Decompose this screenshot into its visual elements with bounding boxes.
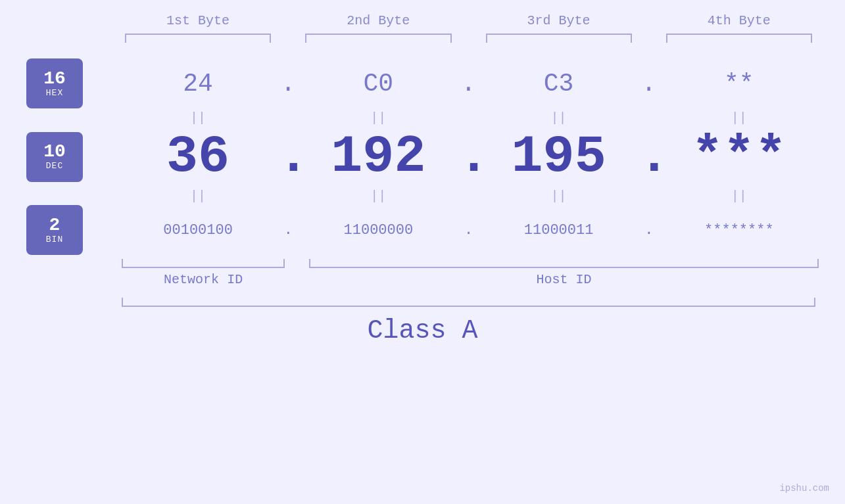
eq1-b2: || <box>299 110 458 126</box>
hex-badge-num: 16 <box>43 70 66 88</box>
eq2-b3: || <box>479 189 639 204</box>
byte4-label: 4th Byte <box>660 13 819 28</box>
bin-b4: ******** <box>660 222 819 239</box>
byte3-label: 3rd Byte <box>479 13 639 28</box>
bracket-b1 <box>118 34 278 45</box>
big-bottom-bracket <box>118 298 819 307</box>
hex-dot2: . <box>458 70 479 98</box>
hex-b2: C0 <box>299 70 458 98</box>
bracket-b2 <box>299 34 458 45</box>
eq1-b3: || <box>479 110 639 126</box>
main-container: 1st Byte 2nd Byte 3rd Byte 4th Byte 16 <box>0 0 845 504</box>
bin-badge-num: 2 <box>49 216 60 235</box>
hex-dot1: . <box>278 70 299 98</box>
hex-b3: C3 <box>479 70 639 98</box>
bin-values: 00100100 . 11000000 . 11000011 . *******… <box>118 222 819 239</box>
eq1-b4: || <box>660 110 819 126</box>
host-id-label: Host ID <box>309 272 819 287</box>
dec-dot3: . <box>639 127 660 187</box>
dec-b3: 195 <box>479 127 639 187</box>
bin-dot2: . <box>458 222 479 239</box>
bottom-brackets <box>118 259 819 268</box>
bracket-b4 <box>660 34 819 45</box>
bin-dot3: . <box>639 222 660 239</box>
bin-row: 2 BIN 00100100 . 11000000 . 11000011 . <box>26 205 819 255</box>
hex-row: 16 HEX 24 . C0 . C3 . ** <box>26 58 819 108</box>
class-label: Class A <box>367 316 477 346</box>
dec-badge-num: 10 <box>43 143 66 161</box>
bracket-b3 <box>479 34 639 45</box>
hex-b4: ** <box>660 70 819 98</box>
dec-row: 10 DEC 36 . 192 . 195 . *** <box>26 127 819 187</box>
eq-row-1: || || || || <box>26 108 819 127</box>
network-bracket-col <box>118 259 288 268</box>
bin-badge: 2 BIN <box>26 205 83 255</box>
hex-dot3: . <box>639 70 660 98</box>
eq-vals-1: || || || || <box>118 110 819 126</box>
eq-vals-2: || || || || <box>118 189 819 204</box>
top-brackets-row <box>26 34 819 45</box>
dec-badge-col: 10 DEC <box>26 132 118 182</box>
hex-b1: 24 <box>118 70 278 98</box>
host-bracket-inner <box>309 259 819 268</box>
byte1-label: 1st Byte <box>118 13 278 28</box>
bin-b3: 11000011 <box>479 222 639 239</box>
eq1-b1: || <box>118 110 278 126</box>
id-labels-row: Network ID Host ID <box>118 272 819 287</box>
byte2-label: 2nd Byte <box>299 13 458 28</box>
class-label-row: Class A <box>26 316 819 346</box>
dec-badge-label: DEC <box>46 161 63 171</box>
dec-b2: 192 <box>299 127 458 187</box>
host-bracket-col <box>309 259 819 268</box>
eq2-b2: || <box>299 189 458 204</box>
eq2-b1: || <box>118 189 278 204</box>
dec-badge: 10 DEC <box>26 132 83 182</box>
dec-dot2: . <box>458 127 479 187</box>
bin-dot1: . <box>278 222 299 239</box>
byte-labels-row: 1st Byte 2nd Byte 3rd Byte 4th Byte <box>26 13 819 28</box>
bin-b1: 00100100 <box>118 222 278 239</box>
hex-values: 24 . C0 . C3 . ** <box>118 70 819 98</box>
hex-badge-label: HEX <box>46 88 63 98</box>
dec-values: 36 . 192 . 195 . *** <box>118 127 819 187</box>
hex-badge-col: 16 HEX <box>26 58 118 108</box>
network-id-label: Network ID <box>118 272 288 287</box>
bin-b2: 11000000 <box>299 222 458 239</box>
bottom-section: Network ID Host ID Class A <box>26 259 819 346</box>
bin-badge-label: BIN <box>46 235 63 244</box>
dec-dot1: . <box>278 127 299 187</box>
watermark: ipshu.com <box>779 483 829 493</box>
bin-badge-col: 2 BIN <box>26 205 118 255</box>
dec-b4: *** <box>660 127 819 187</box>
eq2-b4: || <box>660 189 819 204</box>
dec-b1: 36 <box>118 127 278 187</box>
hex-badge: 16 HEX <box>26 58 83 108</box>
eq-row-2: || || || || <box>26 187 819 205</box>
